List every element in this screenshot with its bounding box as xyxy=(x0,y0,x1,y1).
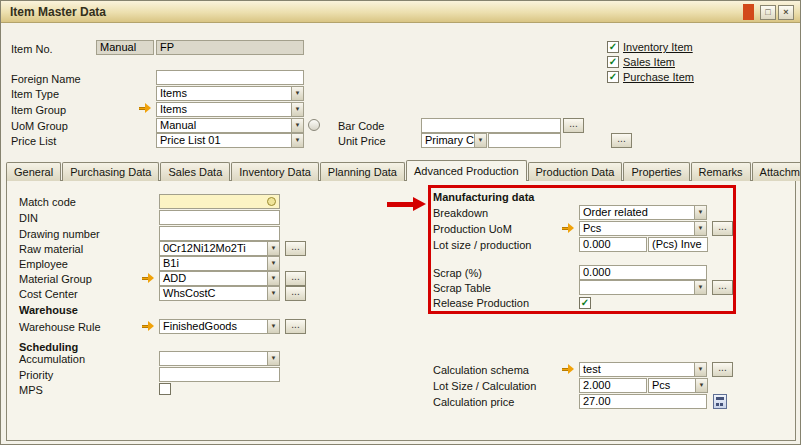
chevron-down-icon[interactable]: ▼ xyxy=(267,287,279,300)
calculation-price-input[interactable]: 27.00 xyxy=(579,394,707,409)
raw-material-combo[interactable]: 0Cr12Ni12Mo2Ti ▼ xyxy=(159,241,280,256)
lot-size-production-input[interactable]: 0.000 xyxy=(579,237,647,252)
lot-size-calculation-uom-combo[interactable]: Pcs ▼ xyxy=(648,378,708,393)
chevron-down-icon[interactable]: ▼ xyxy=(267,352,279,365)
item-type-combo[interactable]: Items ▼ xyxy=(156,86,304,101)
breakdown-combo[interactable]: Order related ▼ xyxy=(579,205,707,220)
chevron-down-icon[interactable]: ▼ xyxy=(694,206,706,219)
link-arrow-icon[interactable] xyxy=(138,103,152,114)
link-arrow-icon[interactable] xyxy=(141,273,155,284)
accumulation-label: Accumulation xyxy=(19,353,85,366)
scrap-pct-input[interactable]: 0.000 xyxy=(579,265,707,280)
employee-combo[interactable]: B1i ▼ xyxy=(159,256,280,271)
unit-price-label: Unit Price xyxy=(338,135,386,148)
accumulation-value xyxy=(160,352,267,365)
item-group-label: Item Group xyxy=(11,104,66,117)
chevron-down-icon[interactable]: ▼ xyxy=(267,257,279,270)
link-arrow-icon[interactable] xyxy=(561,364,575,375)
scrap-table-combo[interactable]: ▼ xyxy=(579,280,707,295)
cost-center-browse-button[interactable]: ... xyxy=(285,286,306,301)
tab-purchasing-data[interactable]: Purchasing Data xyxy=(62,162,159,181)
unit-price-currency-combo[interactable]: Primary Curr ▼ xyxy=(421,133,487,148)
chevron-down-icon[interactable]: ▼ xyxy=(695,379,707,392)
chevron-down-icon[interactable]: ▼ xyxy=(694,363,706,376)
item-type-value: Items xyxy=(157,87,291,100)
unit-price-currency-value: Primary Curr xyxy=(422,134,474,147)
match-code-label: Match code xyxy=(19,196,76,209)
restore-button[interactable]: □ xyxy=(760,5,776,20)
close-button[interactable]: × xyxy=(778,5,794,20)
chevron-down-icon[interactable]: ▼ xyxy=(694,281,706,294)
release-production-checkbox[interactable]: ✓ xyxy=(579,297,591,309)
match-code-input[interactable] xyxy=(159,194,280,209)
cost-center-value: WhsCostC xyxy=(160,287,267,300)
purchase-item-checkbox[interactable]: ✓ xyxy=(607,71,619,83)
priority-input[interactable] xyxy=(159,367,280,382)
chevron-down-icon[interactable]: ▼ xyxy=(694,222,706,235)
tab-attachments[interactable]: Attachments xyxy=(752,162,800,181)
warehouse-rule-browse-button[interactable]: ... xyxy=(285,319,306,334)
tab-advanced-production[interactable]: Advanced Production xyxy=(406,160,527,181)
tab-general[interactable]: General xyxy=(6,162,61,181)
tab-remarks[interactable]: Remarks xyxy=(691,162,751,181)
chevron-down-icon[interactable]: ▼ xyxy=(267,320,279,333)
tab-properties[interactable]: Properties xyxy=(623,162,689,181)
chevron-down-icon[interactable]: ▼ xyxy=(474,134,486,147)
link-arrow-icon[interactable] xyxy=(141,321,155,332)
circle-icon[interactable] xyxy=(308,119,320,131)
production-uom-browse-button[interactable]: ... xyxy=(712,221,733,236)
cost-center-combo[interactable]: WhsCostC ▼ xyxy=(159,286,280,301)
uom-group-combo[interactable]: Manual ▼ xyxy=(156,118,304,133)
item-no-field[interactable]: FP xyxy=(156,40,304,55)
chevron-down-icon[interactable]: ▼ xyxy=(267,272,279,285)
chevron-down-icon[interactable]: ▼ xyxy=(291,134,303,147)
inventory-item-checkbox[interactable]: ✓ xyxy=(607,41,619,53)
material-group-browse-button[interactable]: ... xyxy=(285,271,306,286)
price-list-combo[interactable]: Price List 01 ▼ xyxy=(156,133,304,148)
accumulation-combo[interactable]: ▼ xyxy=(159,351,280,366)
chevron-down-icon[interactable]: ▼ xyxy=(291,119,303,132)
tab-planning-data[interactable]: Planning Data xyxy=(320,162,405,181)
item-no-mode-field[interactable]: Manual xyxy=(96,40,154,55)
drawing-number-label: Drawing number xyxy=(19,228,100,241)
material-group-combo[interactable]: ADD ▼ xyxy=(159,271,280,286)
raw-material-browse-button[interactable]: ... xyxy=(285,241,306,256)
chevron-down-icon[interactable]: ▼ xyxy=(267,242,279,255)
sales-item-checkbox[interactable]: ✓ xyxy=(607,56,619,68)
production-uom-label: Production UoM xyxy=(433,223,512,236)
item-group-combo[interactable]: Items ▼ xyxy=(156,102,304,117)
mps-checkbox[interactable] xyxy=(159,383,171,395)
item-no-label: Item No. xyxy=(11,43,53,56)
lot-size-production-uom-field[interactable]: (Pcs) Inve xyxy=(648,237,708,252)
tab-inventory-data[interactable]: Inventory Data xyxy=(231,162,319,181)
chevron-down-icon[interactable]: ▼ xyxy=(291,103,303,116)
tab-production-data[interactable]: Production Data xyxy=(528,162,623,181)
tab-sales-data[interactable]: Sales Data xyxy=(160,162,230,181)
bar-code-browse-button[interactable]: ... xyxy=(563,118,584,133)
foreign-name-input[interactable] xyxy=(156,70,304,85)
scrap-pct-label: Scrap (%) xyxy=(433,267,482,280)
window-title: Item Master Data xyxy=(10,5,106,19)
calculation-schema-browse-button[interactable]: ... xyxy=(712,362,733,377)
calculator-icon[interactable] xyxy=(713,394,727,409)
din-input[interactable] xyxy=(159,210,280,225)
production-uom-combo[interactable]: Pcs ▼ xyxy=(579,221,707,236)
employee-value: B1i xyxy=(160,257,267,270)
raw-material-label: Raw material xyxy=(19,243,83,256)
calculation-schema-combo[interactable]: test ▼ xyxy=(579,362,707,377)
bar-code-input[interactable] xyxy=(421,118,561,133)
chevron-down-icon[interactable]: ▼ xyxy=(291,87,303,100)
item-group-value: Items xyxy=(157,103,291,116)
lot-size-calculation-uom-value: Pcs xyxy=(649,379,695,392)
drawing-number-input[interactable] xyxy=(159,226,280,241)
unit-price-input[interactable] xyxy=(488,133,561,148)
choose-from-list-icon[interactable] xyxy=(267,197,276,206)
warehouse-rule-combo[interactable]: FinishedGoods ▼ xyxy=(159,319,280,334)
purchase-item-label: Purchase Item xyxy=(623,71,694,84)
scrap-table-browse-button[interactable]: ... xyxy=(712,280,733,295)
unit-price-browse-button[interactable]: ... xyxy=(611,133,632,148)
calculation-price-label: Calculation price xyxy=(433,396,514,409)
titlebar[interactable]: Item Master Data □ × xyxy=(1,1,800,23)
link-arrow-icon[interactable] xyxy=(561,223,575,234)
lot-size-calculation-input[interactable]: 2.000 xyxy=(579,378,647,393)
